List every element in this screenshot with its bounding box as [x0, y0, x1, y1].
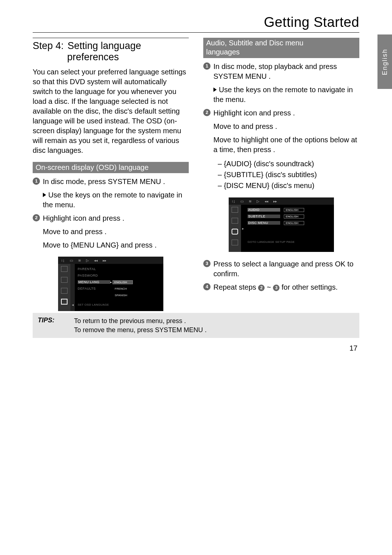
osd-row-label-active: MENU LANG	[78, 280, 110, 284]
r4-text-c: for other settings.	[279, 283, 338, 291]
osd-tab-icon	[61, 266, 68, 272]
tips-line2a: To remove the menu, press	[74, 326, 155, 334]
osd2-left-icons	[229, 205, 241, 252]
osd-icon: ▷	[257, 199, 260, 203]
arrow-line-right: Use the keys on the remote to navigate i…	[203, 85, 359, 105]
osd-icon: ▷	[86, 258, 89, 262]
r2c: Move to highlight one of the options bel…	[203, 135, 359, 155]
osd1-footer: SET OSD LANGUAGE	[78, 303, 160, 306]
osd-screenshot-2: ↕↨ ▭ ≋ ▷ ◂◂ ▸▸ ▸	[229, 197, 334, 252]
osd-option: FRENCH	[113, 287, 134, 290]
osd1-left-icons	[58, 264, 70, 311]
s1-2b: Move to and press .	[33, 227, 189, 237]
osd-option: SPANISH	[113, 294, 134, 297]
language-tab: English	[377, 34, 392, 89]
tips-label: TIPS:	[38, 317, 60, 334]
osd-value: ENGLISH	[284, 208, 304, 212]
arrow-line-left: Use the keys on the remote to navigate i…	[33, 190, 189, 210]
osd-row-label: DEFAULTS	[78, 287, 110, 290]
step-number: Step 4:	[33, 40, 64, 51]
step-heading: Step 4: Setting language preferences	[33, 38, 189, 63]
r4-text-a: Repeat steps	[213, 283, 258, 291]
page-title: Getting Started	[33, 15, 359, 33]
osd-tab-icon	[61, 277, 68, 283]
tips-line1: To return to the previous menu, press .	[74, 317, 207, 325]
page-number: 17	[350, 344, 358, 352]
osd-row-label: PASSWORD	[78, 274, 110, 277]
osd1-top-icons: ↕↨ ▭ ≋ ▷ ◂◂ ▸▸	[58, 257, 163, 264]
osd-value: ENGLISH	[284, 221, 304, 225]
osd-arrow-col: ◂	[70, 264, 75, 311]
option-discmenu: {DISC MENU} (disc's menu)	[218, 180, 359, 191]
r3-text: Press to select a language and press OK …	[213, 260, 354, 278]
osd-row-label: DISC MENU	[248, 221, 280, 225]
osd-icon: ≋	[78, 258, 81, 262]
section-header-osd: On-screen display (OSD) language	[33, 162, 189, 173]
right-column: Audio, Subtitle and Disc menu languages …	[203, 38, 359, 342]
option-list: {AUDIO} (disc's soundtrack) {SUBTITLE} (…	[203, 158, 359, 191]
section2-line2: languages	[206, 48, 356, 57]
osd-tab-icon	[232, 240, 238, 245]
osd-row-label: AUDIO	[248, 208, 280, 212]
s1-text-a: In disc mode, press	[43, 177, 108, 185]
tips-line2c: .	[203, 326, 207, 334]
tips-bar: TIPS: To return to the previous menu, pr…	[33, 313, 359, 338]
osd2-top-icons: ↕↨ ▭ ≋ ▷ ◂◂ ▸▸	[229, 197, 334, 205]
osd-icon: ▭	[240, 199, 244, 203]
osd-icon: ≋	[249, 199, 252, 203]
osd-screenshot-1: ↕↨ ▭ ≋ ▷ ◂◂ ▸▸ ◂ PARENTAL	[58, 257, 163, 311]
osd-value: ENGLISH	[284, 215, 304, 219]
osd-tab-icon	[232, 218, 238, 224]
osd-icon: ↕↨	[61, 258, 65, 262]
osd2-footer: GOTO LANGUAGE SETUP PAGE	[248, 240, 331, 244]
step-title-line2: preferences	[67, 52, 189, 63]
osd-icon: ▭	[70, 258, 73, 262]
osd-icon: ↕↨	[232, 199, 235, 203]
bullet-3-inline-icon: 3	[273, 285, 279, 291]
osd-option: ENGLISH	[113, 280, 133, 284]
section-header-audio: Audio, Subtitle and Disc menu languages	[203, 38, 359, 58]
step-3-right: 3 Press to select a language and press O…	[203, 259, 359, 279]
s1-text-c: .	[161, 177, 165, 185]
option-audio: {AUDIO} (disc's soundtrack)	[218, 158, 359, 169]
left-column: Step 4: Setting language preferences You…	[33, 38, 189, 342]
osd-tab-icon-active	[232, 229, 238, 234]
step-2-left: 2 Highlight icon and press .	[33, 213, 189, 223]
osd-tab-icon	[232, 207, 238, 213]
arrow-text-left: Use the keys on the remote to navigate i…	[43, 191, 182, 209]
osd-row-label: PARENTAL	[78, 267, 110, 271]
section2-line1: Audio, Subtitle and Disc menu	[206, 38, 356, 48]
bullet-1-icon: 1	[203, 62, 211, 70]
r1-text-c: .	[267, 72, 271, 80]
tips-text: To return to the previous menu, press . …	[74, 317, 207, 334]
intro-paragraph: You can select your preferred language s…	[33, 67, 189, 155]
osd-arrow-col: ▸	[241, 205, 245, 252]
osd-icon: ◂◂	[94, 258, 98, 262]
osd2-main: AUDIO ENGLISH SUBTITLE ENGLISH DISC MENU	[245, 205, 334, 252]
r1-text-a: In disc mode, stop playback and press	[213, 62, 337, 70]
step-4-right: 4 Repeat steps 2 ~ 3 for other settings.	[203, 282, 359, 292]
bullet-1-icon: 1	[33, 177, 40, 185]
right-arrow-icon	[213, 87, 217, 92]
r1-text-b: SYSTEM MENU	[213, 72, 267, 80]
step-1-left: 1 In disc mode, press SYSTEM MENU .	[33, 177, 189, 187]
r2b: Move to and press .	[203, 122, 359, 131]
bullet-3-icon: 3	[203, 260, 211, 267]
tips-line2b: SYSTEM MENU	[155, 326, 203, 334]
bullet-2-inline-icon: 2	[258, 285, 265, 291]
osd-row-label: SUBTITLE	[248, 215, 280, 218]
r4-text-b: ~	[265, 283, 273, 291]
step-2-right: 2 Highlight icon and press .	[203, 108, 359, 118]
option-subtitle: {SUBTITLE} (disc's subtitles)	[218, 169, 359, 180]
bullet-4-icon: 4	[203, 283, 211, 290]
s1-2c: Move to {MENU LANG} and press .	[33, 240, 189, 250]
osd1-main: PARENTAL PASSWORD MENU LANG ▸ ENGLISH DE…	[75, 264, 163, 311]
osd-icon: ▸▸	[103, 258, 106, 262]
bullet-2-icon: 2	[33, 214, 40, 221]
arrow-text-right: Use the keys on the remote to navigate i…	[213, 86, 353, 103]
osd-icon: ▸▸	[273, 199, 277, 203]
osd-tab-icon	[61, 288, 68, 294]
osd-tab-icon-active	[61, 299, 68, 305]
r2-text: Highlight icon and press .	[213, 109, 295, 117]
bullet-2-icon: 2	[203, 109, 211, 116]
